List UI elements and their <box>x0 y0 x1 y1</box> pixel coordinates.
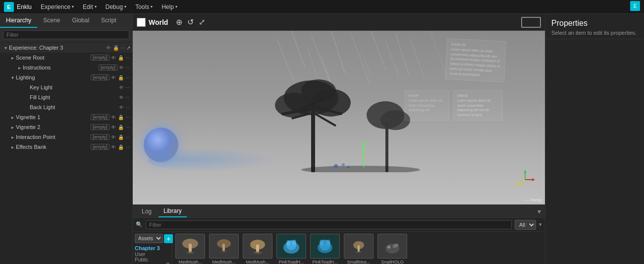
asset-item[interactable]: SnailHOLO <box>376 234 408 264</box>
bottom-panel: Log Library ▾ 🔍 All ▾ <box>133 204 545 264</box>
left-panel: Hierarchy Scene Global Script ▾ Experien… <box>0 14 133 264</box>
more-icon[interactable]: ··· <box>125 95 130 100</box>
more-icon[interactable]: ··· <box>120 45 125 51</box>
tree-row[interactable]: ▸ Effects Bank [empty] 👁 🔒 ··· <box>0 142 132 152</box>
tree-row[interactable]: Key Light 👁 ··· <box>0 82 132 92</box>
eye-icon[interactable]: 👁 <box>110 134 116 140</box>
asset-thumbnail <box>310 234 340 259</box>
tab-log[interactable]: Log <box>137 206 157 217</box>
svg-point-13 <box>301 79 336 101</box>
assets-filter-input[interactable] <box>146 220 512 229</box>
asset-item[interactable]: SmallMus... <box>343 234 375 264</box>
svg-text:E: E <box>7 4 10 10</box>
svg-point-17 <box>301 166 420 172</box>
more-icon[interactable]: ··· <box>125 65 130 70</box>
svg-marker-24 <box>524 170 527 173</box>
assets-type-select[interactable]: All <box>515 220 536 230</box>
more-icon[interactable]: ··· <box>125 115 130 120</box>
svg-point-50 <box>387 246 390 249</box>
hierarchy-tabs: Hierarchy Scene Global Script <box>0 14 132 28</box>
svg-point-40 <box>286 240 290 246</box>
tree-row[interactable]: ▸ Instructions [empty] 👁 ··· <box>0 63 132 72</box>
eye-icon[interactable]: 👁 <box>110 125 116 130</box>
more-icon[interactable]: ··· <box>125 105 130 110</box>
svg-point-44 <box>320 240 323 246</box>
viewport-tools: ⊕ ↺ ⤢ <box>176 17 205 27</box>
eye-icon[interactable]: 👁 <box>118 105 124 110</box>
menu-help[interactable]: Help ▾ <box>158 2 181 12</box>
eye-icon[interactable]: 👁 <box>118 95 124 100</box>
eye-icon[interactable]: 👁 <box>118 65 124 70</box>
search-icon: 🔍 <box>136 221 143 228</box>
svg-text:E: E <box>634 3 637 9</box>
more-icon[interactable]: ··· <box>125 125 130 130</box>
lock-icon[interactable]: 🔒 <box>117 134 124 140</box>
viewport-3d[interactable]: Scene 20 Lorem ipsum dolor sit amet cons… <box>133 31 545 204</box>
tab-global[interactable]: Global <box>66 14 95 28</box>
menu-edit[interactable]: Edit ▾ <box>79 2 101 12</box>
properties-header: Properties Select an item to edit its pr… <box>545 14 644 39</box>
bottom-panel-collapse[interactable]: ▾ <box>537 207 541 215</box>
hierarchy-search <box>0 28 132 42</box>
eye-icon[interactable]: 👁 <box>110 75 116 80</box>
asset-label: SmallMus... <box>347 260 370 264</box>
hierarchy-filter-input[interactable] <box>3 30 129 39</box>
eye-icon[interactable]: 👁 <box>110 144 116 150</box>
more-icon[interactable]: ··· <box>125 55 130 61</box>
menubar: E Enklu Experience ▾ Edit ▾ Debug ▾ Tool… <box>0 0 644 14</box>
asset-item[interactable]: MedMush... <box>208 234 240 264</box>
tab-library[interactable]: Library <box>159 205 187 217</box>
chapter-public: Public <box>135 257 170 263</box>
app-logo: E <box>4 2 14 12</box>
eye-icon[interactable]: 👁 <box>110 55 116 61</box>
move-tool[interactable]: ⊕ <box>176 17 182 27</box>
tree-row[interactable]: ▸ Vignette 2 [empty] 👁 🔒 ··· <box>0 122 132 132</box>
add-asset-button[interactable]: + <box>164 234 173 243</box>
eye-icon[interactable]: 👁 <box>106 45 111 51</box>
tree-row[interactable]: ▸ Scene Root [empty] 👁 🔒 ··· <box>0 53 132 63</box>
svg-marker-26 <box>532 178 535 181</box>
tab-scene[interactable]: Scene <box>37 14 66 28</box>
lock-icon[interactable]: 🔒 <box>112 45 119 51</box>
svg-point-22 <box>362 142 365 145</box>
tab-hierarchy[interactable]: Hierarchy <box>0 14 37 28</box>
rotate-tool[interactable]: ↺ <box>187 17 194 27</box>
scale-tool[interactable]: ⤢ <box>199 17 205 27</box>
eye-icon[interactable]: 👁 <box>110 115 116 120</box>
more-icon[interactable]: ··· <box>125 75 130 80</box>
aspect-ratio-button[interactable] <box>521 17 541 28</box>
bottom-tabs: Log Library ▾ <box>133 205 545 218</box>
svg-point-37 <box>253 251 262 254</box>
text-panel-effects: Scene 20 Lorem ipsum dolor sit amet cons… <box>446 40 505 81</box>
lock-icon[interactable]: 🔒 <box>117 144 124 150</box>
asset-label: MedMush... <box>178 260 202 264</box>
main-layout: Hierarchy Scene Global Script ▾ Experien… <box>0 14 644 264</box>
scene-name-group: World <box>137 18 168 27</box>
lock-icon[interactable]: 🔒 <box>117 125 124 130</box>
more-icon[interactable]: ··· <box>125 144 130 150</box>
tree-row[interactable]: ▾ Lighting [empty] 👁 🔒 ··· <box>0 72 132 82</box>
assets-main: Assets + Chapter 3 User Public <box>133 232 545 264</box>
asset-item[interactable]: PinkToadH... <box>275 234 307 264</box>
asset-thumbnail <box>276 234 306 259</box>
tree-row[interactable]: Fill Light 👁 ··· <box>0 92 132 102</box>
menu-experience[interactable]: Experience ▾ <box>37 2 78 12</box>
lock-icon[interactable]: 🔒 <box>117 75 124 80</box>
asset-item[interactable]: PinkToadH... <box>309 234 341 264</box>
tree-row[interactable]: ▾ Experience: Chapter 3 👁 🔒 ··· ↗ <box>0 43 132 53</box>
tree-row[interactable]: ▸ Vignette 1 [empty] 👁 🔒 ··· <box>0 112 132 122</box>
lock-icon[interactable]: 🔒 <box>117 115 124 120</box>
eye-icon[interactable]: 👁 <box>118 85 124 90</box>
folder-select[interactable]: Assets <box>135 234 163 243</box>
more-icon[interactable]: ··· <box>125 134 130 140</box>
tree-row[interactable]: Back Light 👁 ··· <box>0 102 132 112</box>
menu-tools[interactable]: Tools ▾ <box>131 2 157 12</box>
asset-item[interactable]: MedMush... <box>242 234 273 264</box>
more-icon[interactable]: ··· <box>125 85 130 90</box>
tab-script[interactable]: Script <box>95 14 122 28</box>
asset-item[interactable]: MedMush... <box>174 234 206 264</box>
lock-icon[interactable]: 🔒 <box>117 55 124 61</box>
effects-panel: Breath Lorem ipsum dolor sit amet consec… <box>405 90 503 121</box>
tree-row[interactable]: ▸ Interaction Point [empty] 👁 🔒 ··· <box>0 132 132 142</box>
menu-debug[interactable]: Debug ▾ <box>102 2 130 12</box>
